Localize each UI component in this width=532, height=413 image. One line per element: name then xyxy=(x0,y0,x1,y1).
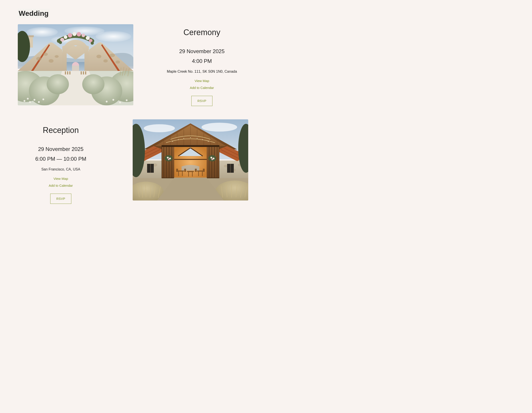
svg-point-52 xyxy=(113,99,114,101)
svg-rect-120 xyxy=(195,169,197,172)
svg-point-47 xyxy=(29,101,31,103)
svg-point-6 xyxy=(36,57,42,60)
svg-point-24 xyxy=(59,41,62,44)
svg-rect-26 xyxy=(72,66,79,71)
svg-rect-121 xyxy=(203,169,205,172)
svg-point-122 xyxy=(165,155,173,161)
svg-point-87 xyxy=(183,138,184,138)
reception-date: 29 November 2025 xyxy=(18,146,104,152)
svg-rect-111 xyxy=(182,172,183,176)
svg-point-126 xyxy=(208,155,216,161)
svg-point-17 xyxy=(64,35,67,39)
svg-point-8 xyxy=(49,59,54,63)
reception-title: Reception xyxy=(18,125,104,135)
svg-rect-93 xyxy=(162,145,219,147)
ceremony-location: Maple Creek No. 111, SK S0N 1N0, Canada xyxy=(156,70,248,74)
svg-rect-110 xyxy=(178,172,179,176)
svg-point-51 xyxy=(106,101,108,103)
svg-point-50 xyxy=(42,98,44,100)
svg-rect-109 xyxy=(177,171,184,172)
svg-rect-112 xyxy=(187,171,194,172)
reception-location: San Francisco, CA, USA xyxy=(18,167,104,171)
svg-point-11 xyxy=(103,59,108,62)
svg-point-46 xyxy=(27,98,29,100)
svg-point-57 xyxy=(144,124,175,132)
svg-point-45 xyxy=(24,100,25,102)
ceremony-block: Ceremony 29 November 2025 4:00 PM Maple … xyxy=(18,24,248,106)
svg-point-123 xyxy=(167,157,169,158)
svg-point-22 xyxy=(86,36,90,40)
svg-point-7 xyxy=(43,53,48,56)
svg-rect-115 xyxy=(197,171,204,172)
svg-point-18 xyxy=(68,33,72,38)
svg-point-10 xyxy=(96,55,101,58)
svg-point-88 xyxy=(190,137,191,138)
svg-point-20 xyxy=(77,32,81,37)
svg-point-40 xyxy=(82,74,104,94)
svg-point-9 xyxy=(55,55,59,58)
svg-point-91 xyxy=(208,141,209,142)
svg-rect-118 xyxy=(176,169,178,172)
ceremony-title: Ceremony xyxy=(156,28,248,37)
svg-point-19 xyxy=(72,32,76,36)
svg-point-129 xyxy=(211,159,213,160)
ceremony-view-map-link[interactable]: View Map xyxy=(156,79,248,83)
svg-point-49 xyxy=(38,101,40,103)
svg-rect-113 xyxy=(188,172,189,176)
svg-point-127 xyxy=(210,157,212,158)
svg-rect-114 xyxy=(192,172,193,176)
svg-point-21 xyxy=(82,34,85,37)
svg-point-90 xyxy=(202,139,203,140)
ceremony-image xyxy=(18,24,133,105)
svg-point-13 xyxy=(115,60,120,64)
svg-point-53 xyxy=(119,102,121,103)
reception-image xyxy=(133,119,248,201)
svg-rect-31 xyxy=(69,71,70,75)
svg-point-85 xyxy=(172,141,173,142)
svg-rect-30 xyxy=(67,71,68,75)
reception-time: 6:00 PM — 10:00 PM xyxy=(18,156,104,162)
svg-point-3 xyxy=(95,31,131,42)
svg-point-54 xyxy=(126,99,128,101)
svg-rect-34 xyxy=(85,71,86,75)
svg-point-25 xyxy=(91,42,94,45)
ceremony-date: 29 November 2025 xyxy=(156,48,248,55)
svg-point-58 xyxy=(201,123,237,132)
svg-point-89 xyxy=(197,138,197,138)
svg-rect-15 xyxy=(28,35,34,37)
svg-rect-119 xyxy=(184,169,186,172)
reception-view-map-link[interactable]: View Map xyxy=(18,177,104,181)
svg-point-12 xyxy=(110,54,115,57)
reception-add-calendar-link[interactable]: Add to Calendar xyxy=(18,184,104,187)
svg-point-37 xyxy=(47,74,69,94)
svg-rect-33 xyxy=(83,71,84,75)
svg-rect-117 xyxy=(202,172,203,176)
reception-block: Reception 29 November 2025 6:00 PM — 10:… xyxy=(18,119,248,204)
ceremony-add-calendar-link[interactable]: Add to Calendar xyxy=(156,86,248,90)
svg-rect-29 xyxy=(65,71,66,75)
svg-point-86 xyxy=(178,139,179,140)
ceremony-time: 4:00 PM xyxy=(156,58,248,64)
reception-rsvp-button[interactable]: RSVP xyxy=(50,194,71,204)
ceremony-details: Ceremony 29 November 2025 4:00 PM Maple … xyxy=(156,24,248,106)
page-title: Wedding xyxy=(18,9,49,18)
svg-rect-116 xyxy=(198,172,199,176)
svg-point-125 xyxy=(168,159,170,160)
ceremony-rsvp-button[interactable]: RSVP xyxy=(191,96,212,106)
svg-rect-32 xyxy=(81,71,82,75)
reception-details: Reception 29 November 2025 6:00 PM — 10:… xyxy=(18,119,104,204)
svg-point-48 xyxy=(34,99,35,101)
